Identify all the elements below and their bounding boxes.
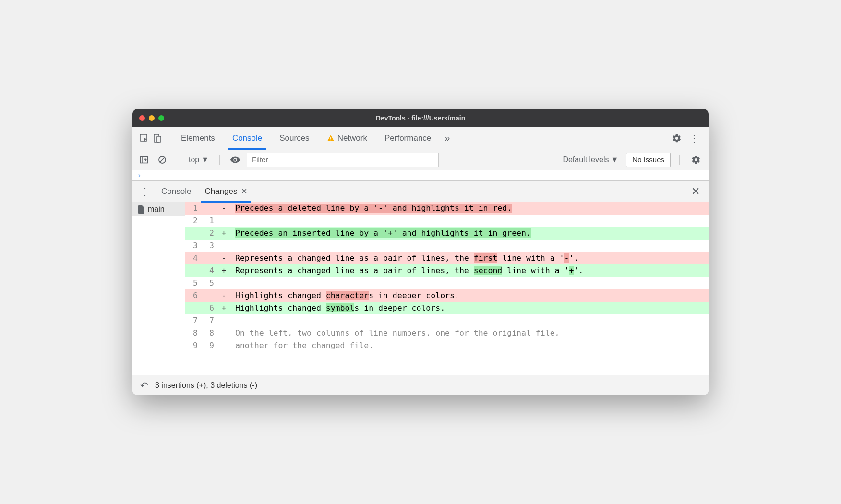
exec-context-label: top	[189, 156, 199, 164]
inspect-element-icon[interactable]	[137, 132, 151, 145]
console-prompt[interactable]: ›	[132, 170, 709, 181]
diff-line: 77	[185, 314, 709, 327]
drawer-more-icon[interactable]: ⋮	[135, 186, 155, 197]
tab-sources[interactable]: Sources	[271, 127, 318, 149]
separator	[679, 155, 680, 165]
tab-network[interactable]: Network	[318, 127, 376, 149]
diff-line: 6-Highlights changed characters in deepe…	[185, 289, 709, 302]
execution-context-selector[interactable]: top ▼	[187, 156, 211, 164]
line-number-original: 2	[185, 215, 202, 227]
file-tree-item[interactable]: main	[132, 202, 185, 216]
more-menu-icon[interactable]: ⋮	[685, 132, 704, 144]
window-title: DevTools - file:///Users/main	[376, 114, 465, 122]
diff-line: 4-Represents a changed line as a pair of…	[185, 252, 709, 264]
tab-label: Network	[337, 133, 367, 143]
line-number-original: 6	[185, 289, 202, 302]
line-number-original: 9	[185, 339, 202, 352]
drawer-tab-console[interactable]: Console	[155, 181, 198, 202]
line-number-changed: 8	[202, 327, 218, 339]
diff-marker: +	[218, 264, 230, 277]
line-number-changed: 5	[202, 277, 218, 289]
changes-statusbar: ↶ 3 insertions (+), 3 deletions (-)	[132, 375, 709, 395]
diff-content	[230, 314, 709, 327]
line-number-original: 7	[185, 314, 202, 327]
toggle-sidebar-icon[interactable]	[137, 153, 151, 167]
log-levels-dropdown[interactable]: Default levels ▼	[560, 156, 621, 164]
clear-console-icon[interactable]	[156, 153, 169, 167]
line-number-original	[185, 264, 202, 277]
diff-summary: 3 insertions (+), 3 deletions (-)	[155, 381, 257, 390]
drawer-tab-label: Console	[161, 187, 191, 196]
diff-marker: -	[218, 289, 230, 302]
file-icon	[137, 205, 145, 214]
levels-label: Default levels	[563, 156, 609, 164]
tab-label: Elements	[181, 133, 215, 143]
line-number-changed: 9	[202, 339, 218, 352]
diff-line: 33	[185, 240, 709, 252]
diff-content: Represents a changed line as a pair of l…	[230, 252, 709, 264]
chevron-down-icon: ▼	[201, 156, 209, 164]
tab-console[interactable]: Console	[224, 127, 271, 149]
filter-input[interactable]	[247, 153, 439, 167]
diff-view[interactable]: 1-Precedes a deleted line by a '-' and h…	[185, 202, 709, 375]
close-tab-icon[interactable]: ✕	[241, 187, 247, 196]
diff-content	[230, 277, 709, 289]
diff-marker	[218, 314, 230, 327]
line-number-changed	[202, 289, 218, 302]
warning-icon	[327, 134, 335, 142]
tab-label: Sources	[279, 133, 309, 143]
diff-line: 4+Represents a changed line as a pair of…	[185, 264, 709, 277]
close-drawer-icon[interactable]: ✕	[685, 185, 706, 198]
gear-icon[interactable]	[669, 133, 685, 143]
live-expression-icon[interactable]	[228, 153, 242, 167]
diff-marker: +	[218, 302, 230, 314]
diff-content: Highlights changed characters in deeper …	[230, 289, 709, 302]
tab-performance[interactable]: Performance	[376, 127, 440, 149]
line-number-original	[185, 227, 202, 240]
separator	[219, 155, 220, 165]
diff-marker	[218, 240, 230, 252]
console-settings-gear-icon[interactable]	[688, 155, 704, 165]
line-number-changed: 4	[202, 264, 218, 277]
line-number-original: 1	[185, 202, 202, 215]
diff-line: 55	[185, 277, 709, 289]
line-number-original: 4	[185, 252, 202, 264]
changes-panel: main 1-Precedes a deleted line by a '-' …	[132, 202, 709, 375]
tab-elements[interactable]: Elements	[172, 127, 224, 149]
diff-content	[230, 240, 709, 252]
diff-line: 2+Precedes an inserted line by a '+' and…	[185, 227, 709, 240]
diff-marker: -	[218, 202, 230, 215]
maximize-window-button[interactable]	[158, 115, 164, 121]
file-tree: main	[132, 202, 185, 375]
diff-line: 1-Precedes a deleted line by a '-' and h…	[185, 202, 709, 215]
drawer-tab-changes[interactable]: Changes ✕	[198, 181, 254, 202]
minimize-window-button[interactable]	[149, 115, 155, 121]
diff-content: another for the changed file.	[230, 339, 709, 352]
console-toolbar: top ▼ Default levels ▼ No Issues	[132, 149, 709, 170]
revert-icon[interactable]: ↶	[140, 380, 148, 391]
close-window-button[interactable]	[139, 115, 145, 121]
diff-line: 99another for the changed file.	[185, 339, 709, 352]
diff-content: Represents a changed line as a pair of l…	[230, 264, 709, 277]
window-controls	[139, 115, 164, 121]
diff-marker	[218, 339, 230, 352]
line-number-original: 8	[185, 327, 202, 339]
file-name: main	[148, 205, 165, 214]
diff-line: 88On the left, two columns of line numbe…	[185, 327, 709, 339]
svg-rect-3	[330, 137, 331, 139]
titlebar: DevTools - file:///Users/main	[132, 109, 709, 127]
separator	[168, 133, 168, 144]
device-toolbar-icon[interactable]	[151, 132, 164, 145]
line-number-changed	[202, 252, 218, 264]
issues-button[interactable]: No Issues	[626, 153, 671, 167]
line-number-original: 5	[185, 277, 202, 289]
line-number-changed: 2	[202, 227, 218, 240]
diff-marker: +	[218, 227, 230, 240]
drawer-tab-label: Changes	[204, 187, 237, 196]
tabs-overflow-button[interactable]: »	[440, 132, 455, 144]
line-number-changed: 3	[202, 240, 218, 252]
diff-content: Highlights changed symbols in deeper col…	[230, 302, 709, 314]
diff-content: Precedes a deleted line by a '-' and hig…	[230, 202, 709, 215]
drawer-tab-bar: ⋮ Console Changes ✕ ✕	[132, 181, 709, 202]
devtools-window: DevTools - file:///Users/main Elements C…	[132, 109, 709, 395]
